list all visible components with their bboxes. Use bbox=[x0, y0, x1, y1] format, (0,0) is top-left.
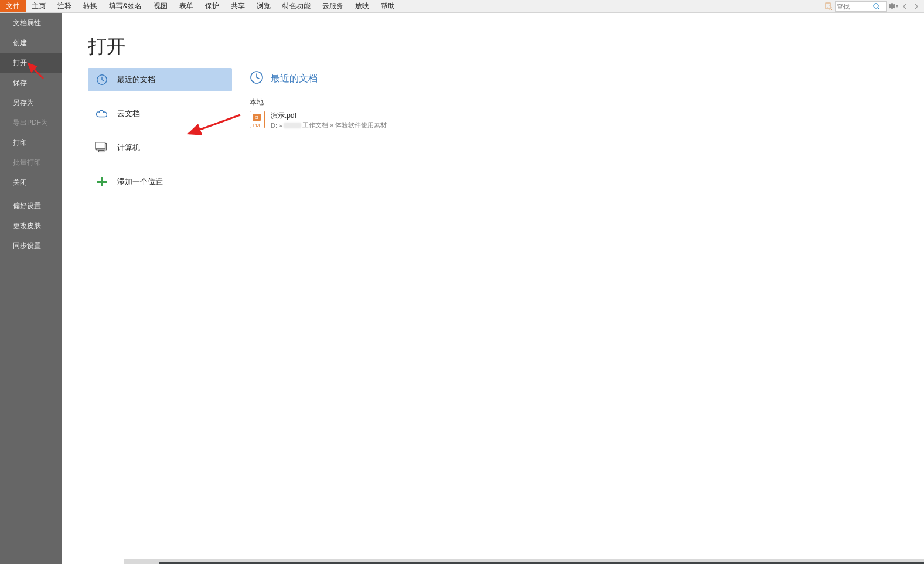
svg-line-2 bbox=[831, 9, 832, 10]
source-computer-label: 计算机 bbox=[117, 142, 140, 153]
nav-prev-icon[interactable] bbox=[899, 1, 910, 12]
file-path: D: » 工作文档 » 体验软件使用素材 bbox=[271, 121, 387, 130]
file-name: 演示.pdf bbox=[271, 111, 387, 121]
sidebar-item-close[interactable]: 关闭 bbox=[0, 172, 62, 192]
menu-share[interactable]: 共享 bbox=[225, 0, 251, 12]
menu-form[interactable]: 表单 bbox=[173, 0, 199, 12]
bottom-bar bbox=[124, 559, 924, 564]
clock-icon bbox=[250, 70, 264, 87]
source-recent[interactable]: 最近的文档 bbox=[88, 68, 232, 91]
search-input[interactable] bbox=[837, 3, 872, 10]
sidebar-item-skin[interactable]: 更改皮肤 bbox=[0, 216, 62, 236]
svg-point-3 bbox=[874, 4, 878, 8]
sidebar-item-properties[interactable]: 文档属性 bbox=[0, 13, 62, 33]
sidebar-item-batchprint[interactable]: 批量打印 bbox=[0, 152, 62, 172]
source-add-location[interactable]: 添加一个位置 bbox=[88, 170, 232, 193]
sources-col: 最近的文档 云文档 计算机 bbox=[88, 68, 232, 193]
sidebar-item-print[interactable]: 打印 bbox=[0, 132, 62, 152]
main-area: 文档属性 创建 打开 保存 另存为 导出PDF为 打印 批量打印 关闭 偏好设置… bbox=[0, 13, 924, 564]
menu-home[interactable]: 主页 bbox=[26, 0, 52, 12]
search-box[interactable] bbox=[835, 1, 887, 12]
menu-cloud[interactable]: 云服务 bbox=[316, 0, 349, 12]
menu-view[interactable]: 视图 bbox=[148, 0, 173, 12]
pdf-file-icon: G PDF bbox=[250, 111, 265, 128]
menu-comment[interactable]: 注释 bbox=[52, 0, 77, 12]
path-redacted bbox=[284, 123, 301, 128]
file-row[interactable]: G PDF 演示.pdf D: » 工作文档 » 体验软件使用素材 bbox=[250, 111, 924, 134]
nav-next-icon[interactable] bbox=[911, 1, 922, 12]
svg-rect-8 bbox=[98, 151, 104, 152]
search-go-icon[interactable] bbox=[872, 2, 881, 11]
svg-rect-10 bbox=[97, 181, 107, 183]
sidebar: 文档属性 创建 打开 保存 另存为 导出PDF为 打印 批量打印 关闭 偏好设置… bbox=[0, 13, 62, 564]
gear-icon[interactable]: ▾ bbox=[888, 1, 898, 12]
source-add-label: 添加一个位置 bbox=[117, 176, 163, 187]
svg-line-4 bbox=[878, 8, 879, 9]
recent-title: 最近的文档 bbox=[271, 73, 318, 85]
menu-extras[interactable]: 特色功能 bbox=[277, 0, 316, 12]
menu-protect[interactable]: 保护 bbox=[199, 0, 225, 12]
menu-help[interactable]: 帮助 bbox=[375, 0, 401, 12]
file-info: 演示.pdf D: » 工作文档 » 体验软件使用素材 bbox=[271, 111, 387, 130]
source-recent-label: 最近的文档 bbox=[117, 74, 155, 85]
cloud-icon bbox=[95, 107, 109, 121]
svg-rect-7 bbox=[96, 142, 105, 149]
recent-header: 最近的文档 bbox=[250, 70, 924, 87]
menubar: 文件 主页 注释 转换 填写&签名 视图 表单 保护 共享 浏览 特色功能 云服… bbox=[0, 0, 924, 13]
source-cloud-label: 云文档 bbox=[117, 108, 140, 119]
page-title: 打开 bbox=[88, 34, 924, 60]
open-panel: 最近的文档 云文档 计算机 bbox=[88, 68, 924, 193]
recent-col: 最近的文档 本地 G PDF 演示.pdf D: » 工作文档 » 体验软件使用… bbox=[250, 68, 924, 193]
content: 打开 最近的文档 云文档 bbox=[62, 13, 924, 564]
menu-file[interactable]: 文件 bbox=[0, 0, 26, 12]
sidebar-item-saveas[interactable]: 另存为 bbox=[0, 93, 62, 113]
sidebar-item-open[interactable]: 打开 bbox=[0, 53, 62, 73]
sidebar-item-create[interactable]: 创建 bbox=[0, 33, 62, 53]
menu-convert[interactable]: 转换 bbox=[77, 0, 103, 12]
clock-icon bbox=[95, 73, 109, 87]
sidebar-item-export[interactable]: 导出PDF为 bbox=[0, 113, 62, 132]
sidebar-item-sync[interactable]: 同步设置 bbox=[0, 236, 62, 256]
computer-icon bbox=[95, 141, 109, 155]
menubar-right: ▾ bbox=[823, 0, 924, 12]
source-computer[interactable]: 计算机 bbox=[88, 136, 232, 159]
sidebar-item-preferences[interactable]: 偏好设置 bbox=[0, 196, 62, 216]
section-local-label: 本地 bbox=[250, 97, 924, 107]
source-cloud[interactable]: 云文档 bbox=[88, 102, 232, 125]
sidebar-item-save[interactable]: 保存 bbox=[0, 73, 62, 93]
menu-fill-sign[interactable]: 填写&签名 bbox=[103, 0, 148, 12]
menu-browse[interactable]: 浏览 bbox=[251, 0, 277, 12]
menu-present[interactable]: 放映 bbox=[349, 0, 375, 12]
search-doc-icon[interactable] bbox=[823, 1, 834, 12]
plus-icon bbox=[95, 175, 109, 189]
